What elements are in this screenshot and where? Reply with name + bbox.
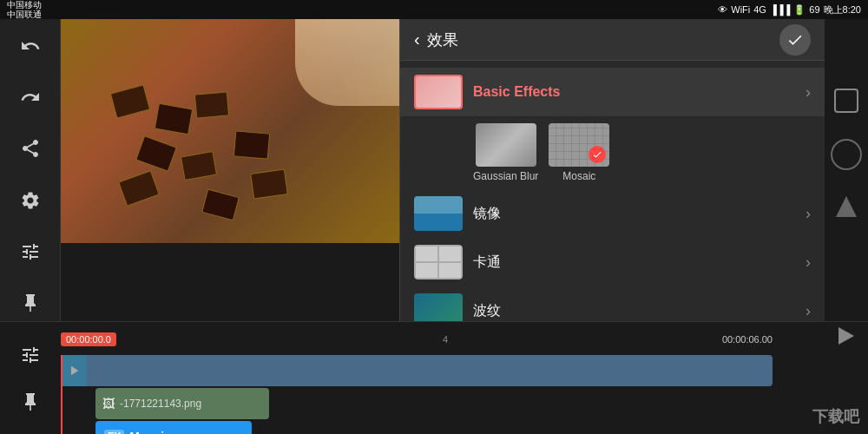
eye-icon: 👁 (718, 4, 727, 15)
effects-list: Basic Effects › Gaussian Blur (400, 61, 825, 321)
effects-header: ‹ 效果 (400, 19, 825, 61)
back-button[interactable]: ‹ (414, 30, 420, 49)
adjust-button[interactable] (11, 233, 49, 269)
battery-level: 69 (809, 4, 819, 15)
wave-thumb-content (414, 293, 463, 321)
mirror-thumb (414, 196, 463, 231)
time-display: 晚上8:20 (824, 3, 861, 16)
redo-button[interactable] (11, 79, 49, 115)
effect-row-basic[interactable]: Basic Effects › (400, 68, 825, 116)
back-hardware-button[interactable] (836, 196, 857, 217)
effects-title-group: ‹ 效果 (414, 30, 458, 50)
sub-effects-row: Gaussian Blur Mosaic (400, 116, 825, 189)
carrier2: 中国联通 (7, 10, 42, 19)
cartoon-label: 卡通 (473, 253, 795, 272)
wave-arrow: › (806, 302, 811, 320)
battery-icon: 🔋 (793, 4, 806, 16)
mirror-thumb-content (414, 196, 463, 231)
basic-effects-label: Basic Effects (473, 84, 795, 100)
play-button-area[interactable] (825, 327, 868, 345)
mosaic-thumb (549, 123, 609, 167)
video-track-clip[interactable] (61, 355, 773, 386)
timeline-header: 00:00:00.0 4 00:00:06.00 (61, 327, 825, 352)
effect-clip-label: Mosaic (129, 430, 170, 434)
status-bar: 中国移动 中国联通 👁 WiFi 4G ▐▐▐ 🔋 69 晚上8:20 (0, 0, 868, 19)
effects-panel: ‹ 效果 Basic Effects › (399, 19, 825, 321)
mirror-arrow: › (806, 205, 811, 223)
pin-button[interactable] (11, 286, 49, 321)
basic-effects-arrow: › (806, 83, 811, 102)
fx-badge: FX (104, 430, 124, 434)
gaussian-blur-item[interactable]: Gaussian Blur (473, 123, 538, 182)
image-clip-icon: 🖼 (102, 397, 115, 411)
video-frame (61, 19, 399, 243)
mosaic-item[interactable]: Mosaic (549, 123, 609, 182)
effect-row-wave[interactable]: 波纹 › (400, 286, 825, 321)
time-end: 00:00:06.00 (722, 334, 773, 345)
effect-row-mirror[interactable]: 镜像 › (400, 189, 825, 238)
cartoon-arrow: › (806, 253, 811, 272)
basic-thumb-content (416, 76, 461, 108)
wifi-icon: WiFi (731, 4, 750, 15)
gaussian-blur-label: Gaussian Blur (473, 170, 538, 182)
wave-thumb (414, 293, 463, 321)
video-preview (61, 19, 399, 243)
effect-row-cartoon[interactable]: 卡通 › (400, 238, 825, 286)
effect-track-clip[interactable]: FX Mosaic (95, 421, 252, 434)
mirror-label: 镜像 (473, 205, 795, 223)
carrier1: 中国移动 (7, 0, 42, 10)
mosaic-label: Mosaic (562, 170, 595, 182)
timeline-main: 00:00:00.0 4 00:00:06.00 🖼 -1771221143.p… (61, 327, 825, 434)
cartoon-thumb-content (415, 246, 462, 279)
watermark: 下载吧 (812, 406, 859, 427)
share-button[interactable] (11, 131, 49, 167)
fullscreen-button[interactable] (834, 89, 858, 113)
signal-4g: 4G (753, 4, 766, 15)
timeline-pin-button[interactable] (11, 383, 49, 421)
image-track-clip[interactable]: 🖼 -1771221143.png (95, 388, 269, 419)
left-sidebar (0, 19, 61, 321)
content-area: ‹ 效果 Basic Effects › (61, 19, 868, 321)
timeline-controls (0, 327, 61, 434)
playhead (61, 355, 62, 434)
cartoon-thumb (414, 245, 463, 279)
wave-label: 波纹 (473, 302, 795, 320)
signal-bar: ▐▐▐ (770, 4, 790, 15)
settings-button[interactable] (11, 182, 49, 218)
basic-effects-thumb (414, 75, 463, 109)
main-area: ‹ 效果 Basic Effects › (0, 19, 868, 321)
confirm-button[interactable] (779, 24, 811, 56)
play-button[interactable] (838, 327, 854, 345)
gaussian-blur-thumb (476, 123, 536, 167)
carrier-info: 中国移动 中国联通 (7, 0, 42, 19)
home-button[interactable] (831, 139, 862, 170)
track-area: 🖼 -1771221143.png FX Mosaic (61, 355, 825, 434)
status-icons: 👁 WiFi 4G ▐▐▐ 🔋 69 晚上8:20 (718, 3, 861, 16)
mosaic-selected-check (589, 146, 606, 163)
timeline-center-marker: 4 (443, 334, 448, 345)
hand-overlay (295, 19, 399, 106)
time-start: 00:00:00.0 (61, 332, 116, 346)
image-clip-label: -1771221143.png (120, 398, 201, 410)
timeline-adjust-button[interactable] (11, 336, 49, 374)
effects-title: 效果 (427, 30, 458, 50)
video-content-items (61, 19, 399, 243)
right-panel (825, 19, 868, 321)
bottom-timeline-area: 00:00:00.0 4 00:00:06.00 🖼 -1771221143.p… (0, 321, 868, 434)
undo-button[interactable] (11, 28, 49, 63)
